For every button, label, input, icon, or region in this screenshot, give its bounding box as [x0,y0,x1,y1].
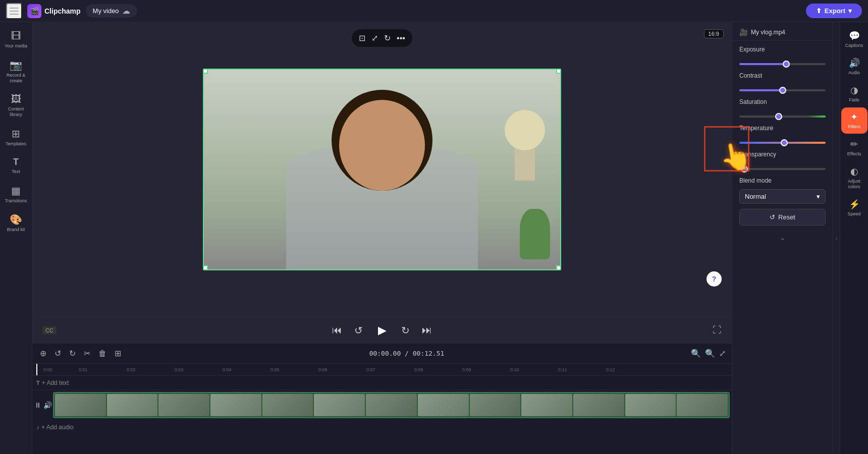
captions-icon: 💬 [849,30,860,41]
ruler-mark-10: 0:10 [510,367,558,372]
ruler-mark-5: 0:05 [270,367,318,372]
menu-button[interactable] [6,3,22,19]
sidebar-item-transitions[interactable]: ▦ Transitions [2,181,31,208]
zoom-out-button[interactable]: 🔍 [691,349,701,358]
cloud-icon: ☁ [122,6,130,16]
effects-icon: ✏ [850,139,858,150]
play-button[interactable]: ▶ [373,321,391,339]
undo-button[interactable]: ↺ [53,347,63,360]
far-sidebar-item-filters[interactable]: ✦ Filters [841,107,867,134]
handle-tr[interactable] [556,69,561,74]
preview-toolbar: ⊡ ⤢ ↻ ••• [352,29,412,47]
sidebar-item-text[interactable]: T Text [2,153,31,179]
contrast-slider[interactable] [739,89,826,91]
timeline-playhead[interactable] [36,364,37,375]
sidebar-item-content-library[interactable]: 🖼 Content library [2,89,31,122]
handle-tl[interactable] [203,69,208,74]
export-icon: ⬆ [816,7,822,15]
ruler-mark-4: 0:04 [223,367,270,372]
effects-label: Effects [847,151,861,157]
track-pause-button[interactable]: ⏸ [34,401,41,409]
blend-mode-chevron: ▾ [817,193,820,200]
speed-label: Speed [847,211,860,217]
transparency-label: Transparency [739,151,826,158]
reset-icon: ↺ [770,213,775,221]
delete-button[interactable]: 🗑 [97,348,108,360]
redo-button[interactable]: ↻ [68,347,77,360]
sidebar-item-templates[interactable]: ⊞ Templates [2,124,31,151]
ruler-mark-6: 0:06 [318,367,366,372]
fullscreen-button[interactable]: ⛶ [713,325,722,335]
temperature-label: Temperature [739,125,826,132]
sidebar-item-brand-kit[interactable]: 🎨 Brand kit [2,209,31,237]
far-sidebar-item-fade[interactable]: ◑ Fade [841,81,867,107]
video-tab[interactable]: My video ☁ [86,4,137,18]
ruler-mark-7: 0:07 [366,367,414,372]
help-bubble[interactable]: ? [707,271,722,287]
filters-label: Filters [848,124,860,130]
strip-thumb-5 [262,394,313,416]
panel-collapse-arrow[interactable]: ‹ [833,22,840,454]
adjust-colors-section: Exposure Contrast Saturation Temperature [732,41,833,230]
exposure-slider[interactable] [739,63,826,65]
saturation-slider[interactable] [739,116,826,118]
crop-button[interactable]: ⊡ [358,32,366,44]
temperature-slider[interactable] [739,142,826,144]
strip-thumb-2 [107,394,158,416]
add-clip-button[interactable]: ⊞ [113,347,123,360]
ruler-mark-2: 0:02 [127,367,175,372]
handle-bl[interactable] [203,265,208,270]
far-sidebar-item-audio[interactable]: 🔊 Audio [841,53,867,80]
magnetic-snap-button[interactable]: ⊕ [38,347,48,360]
center-area: ⊡ ⤢ ↻ ••• 16:9 [32,22,732,454]
ruler-mark-8: 0:08 [414,367,462,372]
sidebar-item-templates-label: Templates [6,141,26,147]
fast-forward-button[interactable]: ↻ [399,322,412,338]
cut-button[interactable]: ✂ [82,347,92,360]
strip-thumb-7 [366,394,417,416]
reset-button[interactable]: ↺ Reset [739,209,826,225]
text-track-icon: T [36,380,40,386]
blend-mode-select[interactable]: Normal ▾ [739,189,826,204]
right-panel-wrapper: 🎥 My vlog.mp4 Exposure Contrast Saturati… [732,22,868,454]
video-strip[interactable] [53,392,730,418]
zoom-in-button[interactable]: 🔍 [705,349,715,358]
more-button[interactable]: ••• [396,33,406,44]
sidebar-item-your-media[interactable]: 🎞 Your media [2,26,31,53]
fit-view-button[interactable]: ⤢ [719,349,726,358]
track-controls: ⏸ 🔊 [34,401,52,409]
sidebar-item-record-create[interactable]: 📷 Record & create [2,55,31,88]
export-button[interactable]: ⬆ Export ▾ [806,4,862,18]
far-sidebar-item-speed[interactable]: ⚡ Speed [841,195,867,221]
audio-track: ♪ + Add audio [32,420,732,434]
resize-button[interactable]: ⤢ [370,32,379,44]
add-text-button[interactable]: T + Add text [36,379,69,386]
far-sidebar-item-effects[interactable]: ✏ Effects [841,135,867,161]
rewind-button[interactable]: ↺ [352,322,365,338]
cc-badge[interactable]: CC [42,326,57,334]
expand-button[interactable]: ⌄ [732,230,833,245]
reset-label: Reset [778,213,795,221]
strip-thumb-4 [210,394,261,416]
far-sidebar-item-adjust-colors[interactable]: ◐ Adjust colors [841,162,867,194]
lamp-shade [505,110,545,150]
sidebar-item-text-label: Text [12,169,20,175]
right-panel: 🎥 My vlog.mp4 Exposure Contrast Saturati… [732,22,833,454]
zoom-controls: 🔍 🔍 ⤢ [691,349,726,358]
exposure-container: Exposure [739,46,826,67]
video-frame[interactable] [203,69,561,270]
video-preview: ⊡ ⤢ ↻ ••• 16:9 [32,22,732,317]
ruler-mark-0: 0:00 [43,367,79,372]
handle-br[interactable] [556,265,561,270]
track-audio-button[interactable]: 🔊 [43,401,52,409]
skip-to-end-button[interactable]: ⏭ [420,322,434,338]
strip-thumb-10 [521,394,572,416]
saturation-label: Saturation [739,98,826,105]
temperature-container: Temperature [739,125,826,146]
transparency-slider[interactable] [739,168,826,170]
rotate-button[interactable]: ↻ [383,32,392,44]
contrast-label: Contrast [739,72,826,79]
skip-to-start-button[interactable]: ⏮ [330,322,344,338]
far-sidebar-item-captions[interactable]: 💬 Captions [841,26,867,52]
add-audio-button[interactable]: ♪ + Add audio [36,424,74,431]
